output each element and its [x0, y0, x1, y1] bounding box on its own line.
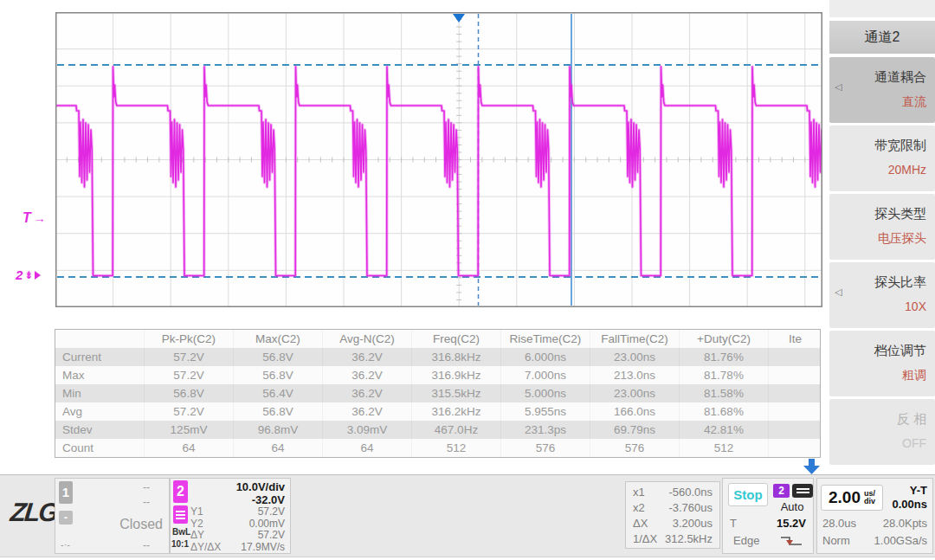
measurement-value [768, 348, 822, 366]
column-header: Max(C2) [233, 330, 322, 348]
display-mode: Y-T [910, 484, 927, 497]
row-label: Max [55, 366, 144, 384]
measurement-value: 81.68% [679, 402, 768, 421]
measurement-value: 56.8V [233, 366, 322, 384]
trigger-source-badge[interactable]: 2 [773, 484, 790, 498]
measurement-value: 96.8mV [233, 421, 322, 439]
measurement-value: 81.58% [679, 384, 768, 402]
measurement-value: 36.2V [322, 366, 411, 384]
trigger-level-label: T [730, 517, 737, 530]
column-header: Pk-Pk(C2) [144, 330, 233, 348]
measurement-value: 125mV [144, 421, 233, 439]
trigger-status-box[interactable]: Stop 2 Auto T 15.2V Edge [722, 478, 814, 554]
measurement-value: 64 [144, 439, 233, 457]
waveform-display[interactable] [55, 12, 822, 307]
measurement-value: 56.4V [233, 384, 322, 402]
channel2-badge[interactable]: 2 [173, 480, 188, 503]
timebase-scale-unit: us/ div [864, 490, 875, 505]
row-label: Stdev [55, 421, 144, 439]
measurement-value: 57.2V [144, 402, 233, 421]
channel1-offset: -- [143, 496, 150, 508]
x-cursor-row: 1/ΔX312.5kHz [633, 532, 713, 548]
channel1-bottom-right: -- [143, 539, 150, 551]
channel-menu: 通道2 ◁通道耦合直流带宽限制20MHz探头类型电压探头◁探头比率10X档位调节… [829, 0, 935, 467]
row-label: Avg [55, 402, 144, 421]
measurement-value: 316.8kHz [411, 348, 500, 366]
menu-item-value: 粗调 [902, 368, 926, 383]
measurement-value: 36.2V [322, 348, 411, 366]
timebase-scale-button[interactable]: 2.00 us/ div [821, 485, 883, 511]
trigger-arrow-icon: → [34, 211, 46, 225]
measurement-value: 6.000ns [500, 348, 590, 366]
measurement-value: 467.0Hz [411, 421, 500, 439]
measurement-value: 576 [500, 439, 590, 457]
menu-item-2[interactable]: 带宽限制20MHz [829, 126, 935, 191]
channel2-dc-coupling-icon [173, 505, 188, 524]
measurement-value: 64 [322, 439, 411, 457]
measurement-value: 7.000ns [500, 366, 590, 384]
expand-left-icon: ◁ [835, 286, 842, 298]
measurement-value: 69.79ns [590, 421, 679, 439]
column-header: +Duty(C2) [679, 330, 768, 348]
channel1-coupling-badge: - [59, 511, 73, 525]
trigger-position-icon[interactable] [453, 14, 465, 23]
trigger-type: Edge [733, 534, 759, 547]
menu-item-6: 反 相OFF [829, 399, 935, 465]
measurement-value: 576 [590, 439, 679, 457]
channel1-badge[interactable]: 1 [59, 481, 73, 504]
table-row: Min56.8V56.4V36.2V315.5kHz5.000ns23.00ns… [55, 384, 820, 402]
measurement-value: 56.8V [144, 384, 233, 402]
trigger-level-marker[interactable]: T → [23, 210, 46, 226]
sidebar-top-strip [829, 0, 935, 17]
expand-left-icon: ◁ [835, 81, 842, 93]
measurement-value: 316.2kHz [411, 402, 500, 421]
menu-item-1[interactable]: ◁通道耦合直流 [829, 57, 935, 123]
measurement-value: 36.2V [322, 402, 411, 421]
menu-item-value: 直流 [902, 94, 926, 110]
measurement-value: 56.8V [233, 348, 322, 366]
channel1-status-box[interactable]: 1 - -- -- Closed -·- -- [55, 478, 170, 554]
measurement-value: 81.78% [679, 366, 768, 384]
run-stop-button[interactable]: Stop [728, 483, 768, 506]
channel2-right-triangle-icon [35, 271, 41, 280]
measurement-value: 512 [411, 439, 500, 457]
measurement-value [768, 421, 822, 439]
measurement-value: 315.5kHz [411, 384, 500, 402]
table-row: Avg57.2V56.8V36.2V316.2kHz5.955ns166.0ns… [55, 402, 820, 421]
x-cursor-row: x1-560.0ns [633, 486, 713, 501]
menu-item-label: 探头比率 [874, 274, 926, 291]
menu-item-value: 电压探头 [878, 231, 926, 247]
column-header: FallTime(C2) [590, 330, 679, 348]
channel2-bandwidth-limit-flag: BwL [172, 527, 190, 537]
menu-item-3[interactable]: 探头类型电压探头 [829, 194, 935, 260]
acquisition-mode: Norm [822, 534, 850, 547]
measurement-value [768, 366, 822, 384]
channel2-position-marker[interactable]: 2 ⇟ [16, 267, 41, 282]
x-cursor-row: ΔX3.200us [633, 517, 713, 532]
measurement-value: 5.955ns [500, 402, 590, 421]
measurement-value: 57.2V [144, 348, 233, 366]
channel1-bottom-left: -·- [61, 539, 70, 550]
menu-item-label: 探头类型 [874, 206, 926, 222]
channel2-down-icon: ⇟ [24, 269, 33, 281]
menu-item-4[interactable]: ◁探头比率10X [829, 262, 935, 328]
measurement-value: 23.00ns [590, 348, 679, 366]
measurement-value [768, 384, 822, 402]
measurement-value: 512 [679, 439, 768, 457]
measurement-value: 231.3ps [500, 421, 590, 439]
table-row: Count646464512576576512 [55, 439, 820, 457]
measurement-value: 3.09mV [322, 421, 411, 439]
channel2-marker-label: 2 [16, 267, 23, 282]
timebase-box[interactable]: 2.00 us/ div Y-T 0.00ns 28.0us 28.0Kpts … [816, 478, 933, 554]
row-label: Count [55, 439, 144, 457]
measurement-value [768, 402, 822, 421]
y-cursor-row: ΔY57.2V [190, 529, 285, 540]
menu-item-value: 20MHz [888, 163, 926, 177]
memory-points: 28.0Kpts [883, 517, 927, 530]
timebase-scale-value: 2.00 [829, 488, 861, 507]
channel2-status-box[interactable]: 2 10.0V/div -32.0V BwL 10:1 Y157.2VY20.0… [170, 478, 291, 554]
menu-item-5[interactable]: 档位调节粗调 [829, 331, 935, 396]
menu-item-label: 通道耦合 [874, 69, 926, 86]
y-cursor-row: ΔY/ΔX17.9MV/s [190, 541, 285, 552]
measurement-value: 36.2V [322, 384, 411, 402]
